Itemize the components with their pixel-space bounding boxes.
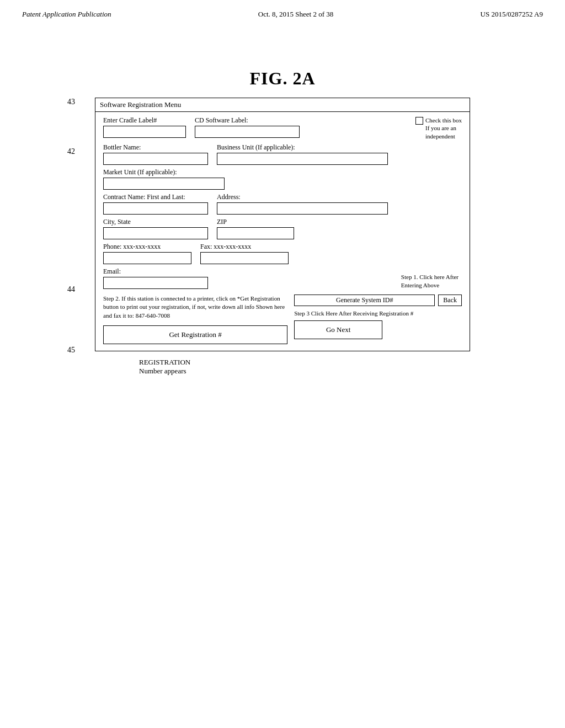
cradle-label-input[interactable] (103, 126, 186, 138)
address-input[interactable] (217, 202, 388, 215)
header-date-sheet: Oct. 8, 2015 Sheet 2 of 38 (258, 10, 333, 19)
checkbox-label: Check this boxIf you are anindependent (425, 116, 462, 140)
cd-software-group: CD Software Label: (195, 116, 300, 138)
business-unit-input[interactable] (217, 153, 388, 165)
city-state-group: City, State (103, 218, 208, 239)
go-next-button[interactable]: Go Next (294, 320, 382, 339)
cd-software-label: CD Software Label: (195, 116, 300, 125)
market-unit-label: Market Unit (If applicable): (103, 168, 225, 176)
phone-label: Phone: xxx-xxx-xxxx (103, 243, 191, 251)
fax-group: Fax: xxx-xxx-xxxx (200, 243, 289, 264)
address-label: Address: (217, 193, 388, 201)
back-button[interactable]: Back (438, 295, 462, 306)
city-state-label: City, State (103, 218, 208, 226)
step3-text: Step 3 Click Here After Receiving Regist… (294, 309, 462, 317)
generate-system-id-button[interactable]: Generate System ID# (294, 295, 435, 306)
menu-title: Software Registration Menu (95, 98, 470, 112)
label-42: 42 (67, 147, 75, 156)
label-45: 45 (67, 346, 75, 355)
step2-text: Step 2. If this station is connected to … (103, 295, 287, 320)
market-unit-group: Market Unit (If applicable): (103, 168, 225, 190)
registration-form-box: Software Registration Menu Enter Cradle … (95, 98, 470, 351)
email-group: Email: (103, 267, 208, 289)
bottler-name-label: Bottler Name: (103, 143, 208, 152)
email-input[interactable] (103, 277, 208, 289)
registration-line1: REGISTRATION (139, 358, 470, 367)
address-group: Address: (217, 193, 388, 215)
cradle-label-group: Enter Cradle Label# (103, 116, 186, 138)
zip-label: ZIP (217, 218, 294, 226)
independent-checkbox[interactable] (415, 117, 423, 125)
contract-name-input[interactable] (103, 202, 208, 215)
registration-note: REGISTRATION Number appears (95, 358, 470, 376)
business-unit-group: Business Unit (If applicable): (217, 143, 388, 165)
cradle-label-label: Enter Cradle Label# (103, 116, 186, 125)
fax-input[interactable] (200, 252, 289, 264)
phone-input[interactable] (103, 252, 191, 264)
zip-input[interactable] (217, 227, 294, 239)
city-state-input[interactable] (103, 227, 208, 239)
checkbox-area: Check this boxIf you are anindependent (415, 116, 462, 140)
label-44: 44 (67, 285, 75, 294)
contract-name-group: Contract Name: First and Last: (103, 193, 208, 215)
bottler-name-group: Bottler Name: (103, 143, 208, 165)
header-patent-number: US 2015/0287252 A9 (481, 10, 543, 19)
email-label: Email: (103, 267, 208, 276)
header-publication: Patent Application Publication (22, 10, 111, 19)
zip-group: ZIP (217, 218, 294, 239)
registration-line2: Number appears (139, 367, 470, 376)
fax-label: Fax: xxx-xxx-xxxx (200, 243, 289, 251)
step1-text: Step 1. Click here AfterEntering Above (401, 273, 462, 289)
cd-software-input[interactable] (195, 126, 300, 138)
get-registration-button[interactable]: Get Registration # (103, 325, 287, 344)
label-43: 43 (67, 98, 75, 106)
business-unit-label: Business Unit (If applicable): (217, 143, 388, 152)
market-unit-input[interactable] (103, 178, 225, 190)
contract-name-label: Contract Name: First and Last: (103, 193, 208, 201)
bottler-name-input[interactable] (103, 153, 208, 165)
phone-group: Phone: xxx-xxx-xxxx (103, 243, 191, 264)
figure-title: FIG. 2A (250, 68, 316, 89)
